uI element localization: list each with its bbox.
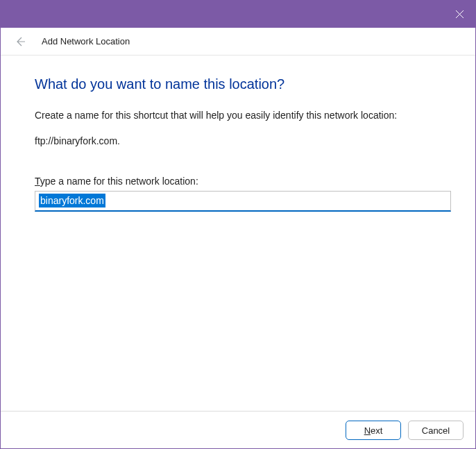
name-input-wrap: binaryfork.com — [35, 191, 451, 212]
next-accel: N — [364, 425, 371, 436]
next-button[interactable]: Next — [346, 421, 401, 440]
next-rest: ext — [371, 425, 382, 436]
wizard-footer: Next Cancel — [0, 411, 476, 449]
field-label-accel: T — [35, 176, 40, 187]
cancel-label: Cancel — [422, 425, 450, 436]
description-text: Create a name for this shortcut that wil… — [35, 109, 448, 123]
cancel-button[interactable]: Cancel — [408, 421, 464, 440]
wizard-content: What do you want to name this location? … — [0, 56, 476, 212]
name-input[interactable] — [35, 191, 451, 212]
field-label: Type a name for this network location: — [35, 176, 448, 187]
titlebar — [0, 0, 476, 28]
wizard-header: Add Network Location — [0, 28, 476, 56]
close-icon — [455, 10, 464, 19]
back-arrow-icon — [15, 36, 26, 47]
location-text: ftp://binaryfork.com. — [35, 135, 448, 146]
back-button — [12, 34, 28, 49]
page-heading: What do you want to name this location? — [35, 76, 448, 92]
close-button[interactable] — [452, 7, 466, 21]
field-label-rest: ype a name for this network location: — [40, 176, 198, 187]
wizard-title: Add Network Location — [42, 36, 130, 46]
